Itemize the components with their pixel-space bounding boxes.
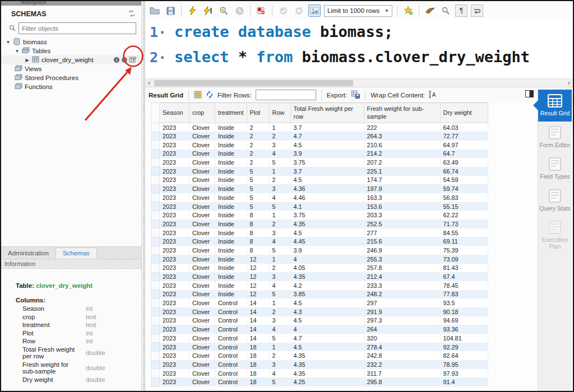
collapsed-arrow-icon[interactable]: ▶	[25, 58, 30, 63]
grid-cell[interactable]: 64.03	[440, 123, 488, 132]
table-row[interactable]: 2023CloverControl1414.529793.5	[151, 298, 488, 307]
grid-cell[interactable]: 207.2	[364, 158, 440, 167]
grid-cell[interactable]: 59.74	[440, 184, 488, 193]
grid-cell[interactable]: 93.5	[440, 298, 488, 307]
grid-cell[interactable]: Clover	[189, 351, 215, 360]
grid-cell[interactable]: 5	[247, 202, 269, 211]
row-selector[interactable]	[151, 281, 160, 290]
table-row[interactable]: 2023CloverInside253.75207.263.49	[151, 158, 488, 167]
grid-cell[interactable]: 2	[247, 141, 269, 150]
filter-objects-input[interactable]	[18, 22, 136, 34]
grid-cell[interactable]: 2023	[160, 255, 189, 264]
grid-cell[interactable]: Clover	[189, 298, 215, 307]
grid-cell[interactable]: 4.35	[290, 351, 364, 360]
refresh-grid-icon[interactable]	[206, 91, 214, 100]
grid-cell[interactable]: 4.35	[290, 369, 364, 378]
grid-cell[interactable]: 320	[364, 334, 440, 343]
table-row[interactable]: 2023CloverInside844.45215.669.11	[151, 237, 488, 246]
result-grid[interactable]: SeasoncroptreatmentPlotRowTotal Fresh we…	[145, 102, 573, 387]
grid-cell[interactable]: Inside	[215, 141, 247, 150]
grid-cell[interactable]: 75.39	[440, 246, 488, 255]
table-edit-icon[interactable]	[129, 56, 137, 64]
grid-cell[interactable]: 4.45	[290, 237, 364, 246]
grid-cell[interactable]: 4.5	[290, 343, 364, 352]
grid-cell[interactable]: 69.11	[440, 237, 488, 246]
row-selector[interactable]	[151, 272, 160, 281]
grid-cell[interactable]: 252.5	[364, 220, 440, 228]
table-row[interactable]: 2023CloverInside243.9214.264.7	[151, 150, 488, 158]
scrollbar-thumb[interactable]	[154, 80, 353, 86]
grid-cell[interactable]: 2023	[160, 351, 189, 360]
grid-cell[interactable]: 215.6	[364, 237, 440, 246]
grid-cell[interactable]: 14	[247, 307, 269, 316]
tab-schemas[interactable]: Schemas	[55, 248, 97, 259]
table-row[interactable]: 2023CloverInside853.9246.975.39	[151, 246, 488, 255]
grid-cell[interactable]: 232.2	[364, 360, 440, 369]
toggle-autocommit-button[interactable]	[308, 4, 321, 17]
grid-cell[interactable]: Clover	[189, 228, 215, 237]
grid-cell[interactable]: Control	[215, 334, 247, 343]
save-script-button[interactable]	[164, 4, 177, 17]
grid-cell[interactable]: 291.9	[364, 307, 440, 316]
grid-cell[interactable]: 3.7	[290, 167, 364, 176]
tree-node-stored-procedures[interactable]: Stored Procedures	[1, 73, 141, 82]
grid-cell[interactable]: Inside	[215, 281, 247, 290]
grid-cell[interactable]: 14	[247, 325, 269, 334]
row-selector-header[interactable]	[151, 103, 160, 123]
tree-node-views[interactable]: Views	[1, 64, 141, 73]
grid-cell[interactable]: 2023	[160, 132, 189, 141]
grid-cell[interactable]: Control	[215, 369, 247, 378]
grid-cell[interactable]: 2	[269, 220, 290, 228]
table-row[interactable]: 2023CloverControl1844.35311.797.93	[151, 369, 488, 378]
grid-cell[interactable]: Inside	[215, 167, 247, 176]
row-selector[interactable]	[151, 193, 160, 202]
grid-cell[interactable]: Control	[215, 377, 247, 386]
tree-node-tables[interactable]: ▼ Tables	[1, 46, 141, 55]
grid-cell[interactable]: 2023	[160, 158, 189, 167]
row-selector[interactable]	[151, 290, 160, 299]
grid-cell[interactable]: 257.8	[364, 264, 440, 273]
grid-cell[interactable]: 4	[269, 325, 290, 334]
execute-current-statement-button[interactable]	[202, 4, 214, 17]
row-selector[interactable]	[151, 325, 160, 334]
table-row[interactable]: 2023CloverInside524.5174.754.59	[151, 176, 488, 185]
grid-cell[interactable]: 2023	[160, 123, 189, 132]
explain-plan-button[interactable]	[217, 4, 230, 17]
grid-cell[interactable]: 2	[269, 264, 290, 273]
grid-cell[interactable]: 210.6	[364, 141, 440, 150]
grid-cell[interactable]: 2023	[160, 298, 189, 307]
grid-cell[interactable]: 4	[290, 255, 364, 264]
grid-cell[interactable]: 2023	[160, 193, 189, 202]
grid-cell[interactable]: 242.8	[364, 351, 440, 360]
scroll-right-arrow[interactable]: ›	[565, 79, 573, 87]
table-row[interactable]: 2023CloverInside224.7264.372.77	[151, 132, 488, 141]
grid-cell[interactable]: 163.3	[364, 193, 440, 202]
table-row[interactable]: 2023CloverInside513.7225.166.74	[151, 167, 488, 176]
grid-cell[interactable]: 72.77	[440, 132, 488, 141]
table-row[interactable]: 2023CloverControl1834.35232.278.95	[151, 360, 488, 369]
grid-cell[interactable]: Inside	[215, 246, 247, 255]
grid-cell[interactable]: 2023	[160, 325, 189, 334]
grid-cell[interactable]: Clover	[189, 237, 215, 246]
grid-cell[interactable]: 246.9	[364, 246, 440, 255]
scroll-left-arrow[interactable]: ‹	[145, 79, 153, 87]
grid-cell[interactable]: Inside	[215, 211, 247, 220]
grid-cell[interactable]: Clover	[189, 184, 215, 193]
grid-cell[interactable]: 12	[247, 264, 269, 273]
grid-cell[interactable]: 2023	[160, 343, 189, 352]
grid-cell[interactable]: 64.7	[440, 150, 488, 158]
grid-cell[interactable]: 4	[269, 237, 290, 246]
grid-cell[interactable]: 153.6	[364, 202, 440, 211]
table-row[interactable]: 2023CloverInside534.36197.959.74	[151, 184, 488, 193]
grid-cell[interactable]: 212.4	[364, 272, 440, 281]
grid-cell[interactable]: 5	[269, 290, 290, 299]
grid-cell[interactable]: 4	[269, 150, 290, 158]
grid-cell[interactable]: 1	[269, 211, 290, 220]
toggle-sidebar-icon[interactable]	[525, 90, 534, 99]
grid-cell[interactable]: 2023	[160, 176, 189, 185]
grid-cell[interactable]: Clover	[189, 176, 215, 185]
table-row[interactable]: 2023CloverControl1854.25295.891.4	[151, 377, 488, 386]
grid-cell[interactable]: 4.7	[290, 132, 364, 141]
save-snippet-button[interactable]	[402, 4, 414, 17]
grid-cell[interactable]: 18	[247, 369, 269, 378]
